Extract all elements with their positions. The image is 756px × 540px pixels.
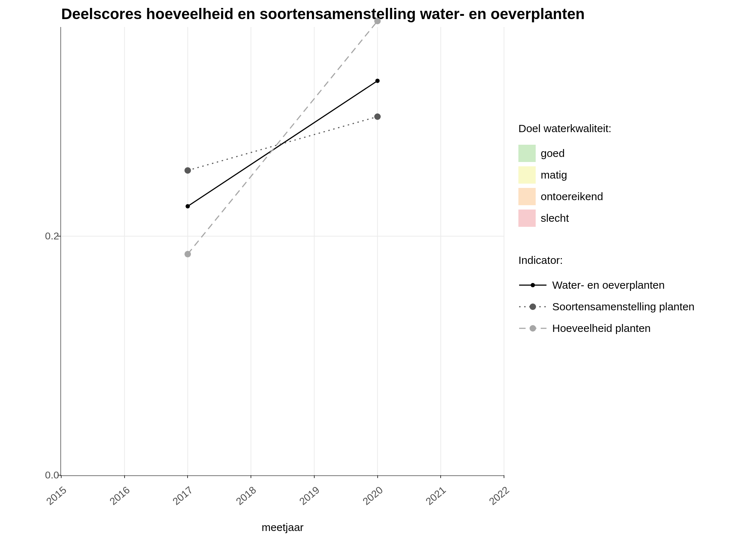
x-tick-mark bbox=[61, 475, 62, 478]
x-tick-label: 2018 bbox=[234, 484, 258, 508]
x-tick-mark bbox=[377, 475, 378, 478]
legend-label: Water- en oeverplanten bbox=[552, 279, 665, 291]
svg-point-11 bbox=[531, 283, 535, 287]
svg-point-15 bbox=[530, 325, 536, 332]
data-point bbox=[374, 113, 381, 120]
x-axis-title: meetjaar bbox=[61, 521, 504, 534]
legend-fill-items: goedmatigontoereikendslecht bbox=[518, 143, 694, 229]
legend-label: goed bbox=[541, 147, 565, 159]
x-tick-mark bbox=[314, 475, 315, 478]
series-line bbox=[188, 21, 377, 254]
data-point bbox=[184, 167, 191, 174]
x-tick-label: 2016 bbox=[107, 484, 132, 508]
legend-spacer bbox=[518, 229, 694, 254]
legend-fill-item: ontoereikend bbox=[518, 186, 694, 207]
x-tick-mark bbox=[440, 475, 441, 478]
legend-label: slecht bbox=[541, 212, 569, 224]
x-tick-label: 2015 bbox=[44, 484, 69, 508]
legend-fill-item: matig bbox=[518, 164, 694, 186]
legend-line-key bbox=[518, 278, 547, 292]
data-point bbox=[375, 78, 380, 83]
legend: Doel waterkwaliteit: goedmatigontoereike… bbox=[518, 122, 694, 339]
legend-label: Soortensamenstelling planten bbox=[552, 301, 694, 313]
legend-swatch bbox=[518, 145, 536, 162]
chart-title: Deelscores hoeveelheid en soortensamenst… bbox=[61, 5, 585, 23]
legend-line-item: Hoeveelheid planten bbox=[518, 318, 694, 339]
data-point bbox=[185, 204, 190, 208]
legend-line-item: Water- en oeverplanten bbox=[518, 274, 694, 296]
legend-line-items: Water- en oeverplantenSoortensamenstelli… bbox=[518, 274, 694, 339]
x-tick-label: 2020 bbox=[360, 484, 385, 508]
x-tick-label: 2017 bbox=[171, 484, 195, 508]
legend-label: ontoereikend bbox=[541, 190, 603, 203]
x-tick-mark bbox=[187, 475, 188, 478]
x-tick-label: 2022 bbox=[487, 484, 512, 508]
y-tick-label: 0.2 bbox=[23, 230, 59, 242]
legend-fill-item: goed bbox=[518, 143, 694, 164]
legend-fill-title: Doel waterkwaliteit: bbox=[518, 122, 694, 135]
legend-label: Hoeveelheid planten bbox=[552, 322, 651, 334]
y-tick-label: 0.0 bbox=[23, 469, 59, 481]
legend-fill-item: slecht bbox=[518, 207, 694, 229]
series-line bbox=[188, 81, 377, 206]
legend-swatch bbox=[518, 188, 536, 205]
legend-label: matig bbox=[541, 169, 567, 181]
data-point bbox=[374, 18, 381, 24]
chart-figure: Deelscores hoeveelheid en soortensamenst… bbox=[0, 0, 756, 540]
legend-line-key bbox=[518, 321, 547, 336]
x-tick-label: 2019 bbox=[297, 484, 321, 508]
x-tick-mark bbox=[251, 475, 251, 478]
x-tick-label: 2021 bbox=[424, 484, 448, 508]
plot-svg bbox=[61, 27, 504, 475]
x-tick-mark bbox=[124, 475, 125, 478]
x-tick-mark bbox=[504, 475, 504, 478]
data-point bbox=[184, 251, 191, 257]
svg-point-13 bbox=[530, 303, 536, 310]
legend-swatch bbox=[518, 166, 536, 184]
legend-line-title: Indicator: bbox=[518, 254, 694, 266]
legend-swatch bbox=[518, 210, 536, 227]
legend-line-item: Soortensamenstelling planten bbox=[518, 296, 694, 318]
legend-line-key bbox=[518, 300, 547, 314]
